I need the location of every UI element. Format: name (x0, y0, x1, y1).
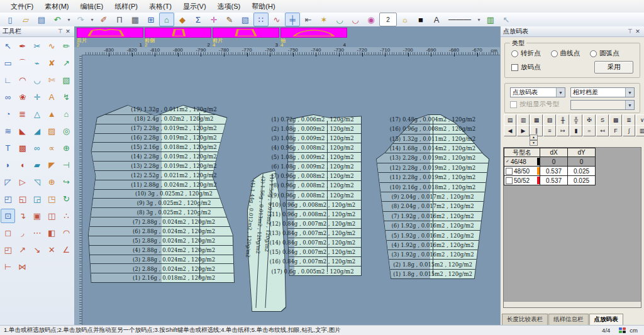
size-table-icon[interactable]: ▦ (128, 13, 143, 26)
tool-icon-22[interactable]: △ (30, 107, 44, 121)
pattern-piece-back[interactable]: (19) 1.32g , 0.011m2 , 120g/m2(18) 2.4g … (88, 105, 235, 283)
menu-item-1[interactable]: 素材(M) (39, 1, 75, 13)
tool-icon-23[interactable]: ▲ (45, 107, 59, 121)
tool-icon-54[interactable]: ∴ (59, 209, 74, 223)
tool-icon-46[interactable]: ◱ (15, 192, 30, 206)
tool-icon-11[interactable]: ◠ (15, 73, 30, 87)
flow-chart-icon[interactable]: ▧ (238, 13, 253, 26)
tool-icon-15[interactable]: ∞ (1, 90, 15, 104)
radio-curve-point[interactable]: 曲线点 (551, 49, 580, 58)
tool-icon-41[interactable]: ▷ (15, 175, 30, 189)
tool-icon-9[interactable]: ↗ (59, 56, 74, 70)
menu-item-3[interactable]: 纸样(P) (109, 1, 143, 13)
paste-y-icon[interactable]: ▧ (543, 114, 556, 126)
pattern-piece-front[interactable]: (1) 0.72g , 0.006m2 , 120g/m2(2) 1.08g ,… (286, 114, 362, 276)
tool-icon-10[interactable]: ∟ (1, 73, 15, 87)
even-y-icon[interactable]: ≡ (543, 125, 556, 136)
seam-check-red-icon[interactable]: ◡ (348, 13, 363, 26)
tool-icon-17[interactable]: ✛ (30, 90, 44, 104)
close-icon[interactable]: ✕ (64, 28, 72, 35)
tool-icon-5[interactable]: ▭ (1, 56, 15, 70)
tool-icon-29[interactable]: ◎ (59, 124, 74, 138)
pattern-thumbnail-1[interactable]: 后片21 (77, 28, 143, 47)
tool-icon-12[interactable]: ◡ (30, 73, 44, 87)
tool-icon-42[interactable]: ◹ (30, 175, 44, 189)
measure-sum-icon[interactable]: ⇤ (301, 13, 316, 26)
tool-icon-60[interactable]: ◰ (1, 243, 15, 257)
tool-icon-62[interactable]: ↘ (30, 243, 44, 257)
pattern-thumbnail-2[interactable]: 前侧22 (145, 28, 211, 47)
tool-icon-38[interactable]: ◤ (45, 158, 59, 172)
line-style-icon[interactable]: ——— (445, 13, 475, 26)
pin-icon[interactable]: ⊤ (57, 28, 64, 35)
table-scrollbar[interactable] (504, 301, 641, 307)
tool-icon-43[interactable]: ⊕ (45, 175, 59, 189)
close-icon[interactable]: ✕ (634, 28, 641, 35)
tool-icon-52[interactable]: ▣ (30, 209, 44, 223)
tool-icon-32[interactable]: ∞ (30, 141, 44, 155)
tool-icon-66[interactable]: ⋈ (15, 260, 30, 274)
menu-item-4[interactable]: 表格(T) (143, 1, 177, 13)
tool-icon-34[interactable]: ⊕ (59, 141, 74, 155)
tool-icon-14[interactable]: ▧ (59, 73, 74, 87)
tool-icon-39[interactable]: ⊣ (59, 158, 74, 172)
tool-icon-19[interactable]: ↯ (59, 90, 74, 104)
menu-item-7[interactable]: 帮助(H) (246, 1, 280, 13)
relative-diff-dropdown[interactable]: 相对档差 ▼ (570, 87, 635, 97)
clear-grid-icon[interactable]: ▩ (609, 114, 622, 126)
grading-point-checkbox[interactable]: 放码点 (511, 63, 541, 72)
sl-mode-icon[interactable]: S (596, 114, 609, 126)
measure-tool-icon[interactable]: ╪ (285, 13, 300, 26)
prev-point-icon[interactable]: ◀ (504, 125, 516, 136)
tool-icon-16[interactable]: ❀ (15, 90, 30, 104)
new-file-icon[interactable]: ▯ (3, 13, 18, 26)
radio-arc-point[interactable]: 圆弧点 (590, 49, 619, 58)
push-right-icon[interactable]: ↦ (557, 125, 569, 136)
tool-icon-30[interactable]: T (1, 141, 15, 155)
pattern-stand-icon[interactable]: Π (112, 13, 127, 26)
tool-icon-50[interactable]: ⊡ (1, 209, 15, 223)
radio-turn-point[interactable]: 转折点 (511, 49, 541, 58)
pattern-thumbnail-4[interactable]: 袖44 (280, 28, 347, 47)
tool-icon-1[interactable]: ✒ (15, 39, 30, 53)
menu-item-5[interactable]: 显示(V) (177, 1, 212, 13)
apply-button[interactable]: 采用 (594, 61, 633, 74)
next-point-icon[interactable]: ▶ (517, 125, 530, 136)
mirror-y-icon[interactable]: ✠ (583, 114, 596, 126)
more-dropdown-icon[interactable]: ∨ (636, 114, 644, 126)
tool-icon-31[interactable]: ▩ (15, 141, 30, 155)
tool-icon-35[interactable]: ◗ (1, 158, 15, 172)
panel-tab-1[interactable]: 纸样信息栏 (548, 314, 589, 325)
tool-icon-20[interactable]: ◔ (1, 107, 15, 121)
row-checkbox-icon[interactable] (506, 177, 513, 184)
copy-grading-icon[interactable]: ▤ (504, 114, 516, 126)
tool-icon-13[interactable]: ✄ (45, 73, 59, 87)
equalize-icon[interactable]: = (583, 125, 596, 136)
tool-icon-65[interactable]: ⊢ (1, 260, 15, 274)
tool-icon-3[interactable]: ∿ (45, 39, 59, 53)
tool-icon-37[interactable]: ▰ (30, 158, 44, 172)
tool-icon-25[interactable]: ≋ (1, 124, 15, 138)
tool-icon-56[interactable]: ◞ (15, 226, 30, 240)
redo-icon[interactable]: ↷ (73, 13, 88, 26)
pattern-canvas[interactable]: (19) 1.32g , 0.011m2 , 120g/m2(18) 2.4g … (82, 55, 500, 325)
text-tool-icon[interactable]: A (429, 13, 444, 26)
save-icon[interactable]: ▤ (34, 13, 49, 26)
show-bulb-icon[interactable]: ☼ (397, 13, 413, 26)
tool-icon-59[interactable]: ◠ (59, 226, 74, 240)
tool-icon-8[interactable]: ✘ (45, 56, 59, 70)
open-file-icon[interactable]: ▱ (18, 13, 33, 26)
work-window-icon[interactable]: ⊞ (143, 13, 158, 26)
group-display-checkbox[interactable]: 按组显示号型 (510, 100, 559, 109)
tool-icon-36[interactable]: ◖ (15, 158, 30, 172)
fx-rule-icon[interactable]: F (609, 125, 622, 136)
pin-icon[interactable]: ⊤ (626, 28, 634, 35)
tool-icon-27[interactable]: ◢ (30, 124, 44, 138)
tool-icon-48[interactable]: ◳ (45, 192, 59, 206)
tool-icon-40[interactable]: ◸ (1, 175, 15, 189)
tool-icon-18[interactable]: Α (45, 90, 59, 104)
eraser-icon[interactable]: ✐ (96, 13, 111, 26)
grading-table-dropdown[interactable]: 点放码表 ▼ (510, 87, 565, 97)
tool-icon-51[interactable]: ↴ (15, 209, 30, 223)
menu-item-2[interactable]: 编辑(E) (75, 1, 109, 13)
